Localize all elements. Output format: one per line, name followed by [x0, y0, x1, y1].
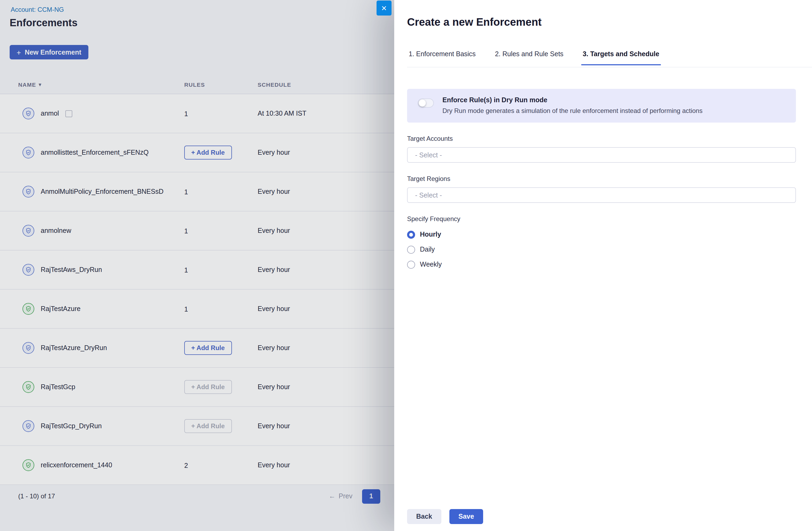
dry-run-description: Dry Run mode generates a simulation of t…: [443, 107, 702, 115]
dry-run-title: Enforce Rule(s) in Dry Run mode: [443, 97, 702, 104]
drawer-title: Create a new Enforcement: [407, 16, 541, 28]
radio-button-icon: [407, 261, 415, 268]
frequency-option-hourly[interactable]: Hourly: [407, 229, 796, 240]
target-regions-label: Target Regions: [407, 175, 796, 182]
frequency-option-label: Daily: [420, 246, 435, 253]
frequency-option-weekly[interactable]: Weekly: [407, 259, 796, 270]
create-enforcement-drawer: ✕ Create a new Enforcement 1. Enforcemen…: [394, 0, 812, 531]
radio-button-icon: [407, 231, 415, 238]
dry-run-toggle[interactable]: [418, 99, 434, 107]
target-accounts-label: Target Accounts: [407, 135, 796, 143]
drawer-tabs: 1. Enforcement Basics2. Rules and Rule S…: [407, 49, 812, 68]
radio-button-icon: [407, 246, 415, 253]
target-regions-select[interactable]: - Select -: [407, 187, 796, 203]
drawer-footer: Back Save: [407, 509, 483, 524]
drawer-content: Enforce Rule(s) in Dry Run mode Dry Run …: [407, 89, 796, 274]
tab-1-enforcement-basics[interactable]: 1. Enforcement Basics: [407, 49, 477, 65]
frequency-option-label: Weekly: [420, 261, 442, 268]
tab-2-rules-and-rule-sets[interactable]: 2. Rules and Rule Sets: [493, 49, 565, 65]
specify-frequency-label: Specify Frequency: [407, 215, 796, 223]
close-icon: ✕: [381, 4, 387, 12]
target-accounts-placeholder: - Select -: [415, 151, 442, 159]
frequency-option-daily[interactable]: Daily: [407, 244, 796, 255]
app-root: Account: CCM-NG Enforcements + New Enfor…: [0, 0, 812, 531]
target-regions-placeholder: - Select -: [415, 191, 442, 199]
save-button[interactable]: Save: [449, 509, 483, 524]
toggle-knob-icon: [419, 100, 426, 106]
back-button[interactable]: Back: [407, 509, 441, 524]
close-button[interactable]: ✕: [377, 1, 392, 16]
frequency-option-label: Hourly: [420, 231, 441, 238]
target-accounts-select[interactable]: - Select -: [407, 147, 796, 163]
dry-run-banner: Enforce Rule(s) in Dry Run mode Dry Run …: [407, 89, 796, 122]
dry-run-text: Enforce Rule(s) in Dry Run mode Dry Run …: [443, 97, 702, 115]
tab-3-targets-and-schedule[interactable]: 3. Targets and Schedule: [581, 49, 661, 65]
frequency-radio-group: HourlyDailyWeekly: [407, 229, 796, 270]
